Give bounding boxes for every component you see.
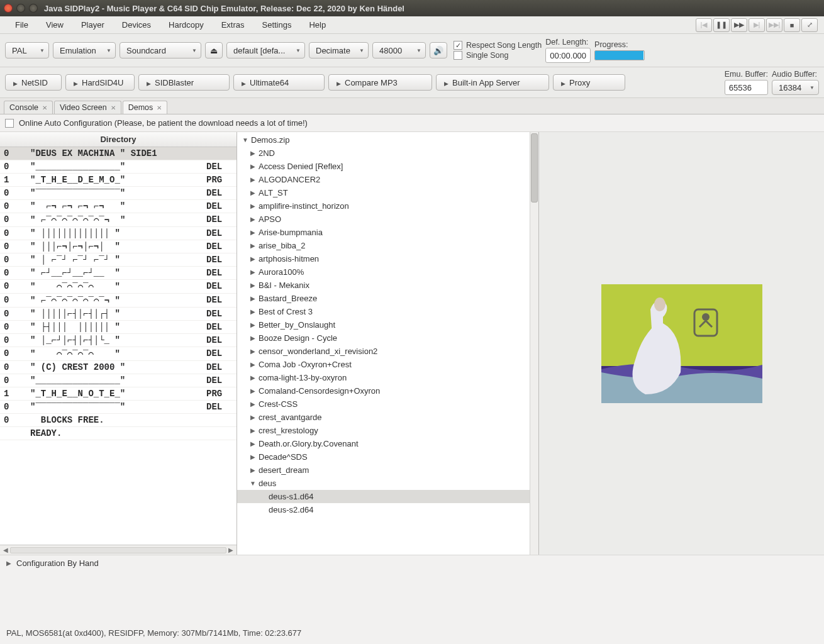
scroll-right-icon[interactable]: ▶: [226, 547, 235, 553]
directory-row[interactable]: 0"‾‾‾‾‾‾‾‾‾‾‾‾‾‾‾‾"DEL: [0, 187, 237, 200]
tree-node[interactable]: ▶Comaland-Censordesign+Oxyron: [237, 384, 538, 397]
menu-hardcopy[interactable]: Hardcopy: [160, 20, 213, 30]
tree-node[interactable]: ▶Aurora100%: [237, 265, 538, 279]
tree-node[interactable]: ▶Death.or.Glory.by.Covenant: [237, 437, 538, 450]
directory-row[interactable]: 0" │││││││││││││ "DEL: [0, 227, 237, 240]
directory-row[interactable]: 0" │_⌐┘│⌐┤│⌐┤│└_ "DEL: [0, 334, 237, 347]
menu-devices[interactable]: Devices: [113, 20, 160, 30]
close-icon[interactable]: ✕: [111, 104, 116, 111]
directory-row[interactable]: 0"DEUS EX MACHINA " SIDE1: [0, 147, 237, 160]
tree-node[interactable]: ▶B&I - Mekanix: [237, 279, 538, 292]
emulation-combo[interactable]: Emulation: [53, 42, 116, 58]
directory-row[interactable]: 0"________________"DEL: [0, 160, 237, 174]
fullscreen-button[interactable]: ⤢: [801, 18, 818, 32]
menu-settings[interactable]: Settings: [253, 20, 301, 30]
tree-node[interactable]: ▶artphosis-hitmen: [237, 252, 538, 265]
tab-console[interactable]: Console✕: [4, 101, 53, 114]
app-server-button[interactable]: Built-in App Server: [436, 74, 549, 91]
tree-node[interactable]: ▶arise_biba_2: [237, 239, 538, 252]
directory-row[interactable]: 0" │││⌐¬│⌐¬│⌐¬│ "DEL: [0, 240, 237, 253]
window-maximize-button[interactable]: [29, 4, 38, 13]
fastforward-button[interactable]: ▶▶: [731, 18, 747, 32]
volume-button[interactable]: 🔊: [430, 42, 447, 58]
directory-row[interactable]: 0" ⌒‾⌒‾⌒‾⌒ "DEL: [0, 347, 237, 361]
tree-node[interactable]: ▶Access Denied [Reflex]: [237, 160, 538, 173]
directory-hscroll[interactable]: ◀ ▶: [0, 545, 237, 555]
directory-row[interactable]: 0" ⌒‾⌒‾⌒‾⌒ "DEL: [0, 280, 237, 294]
tree-node[interactable]: ▶ALGODANCER2: [237, 173, 538, 186]
directory-row[interactable]: 0"‾‾‾‾‾‾‾‾‾‾‾‾‾‾‾‾"DEL: [0, 401, 237, 414]
tree-node[interactable]: ▶Better_by_Onslaught: [237, 318, 538, 331]
tree-node[interactable]: ▶crest_avantgarde: [237, 411, 538, 424]
menu-help[interactable]: Help: [300, 20, 335, 30]
window-minimize-button[interactable]: [16, 4, 25, 13]
netsid-button[interactable]: NetSID: [5, 74, 62, 91]
menu-file[interactable]: File: [6, 20, 37, 30]
tree-node[interactable]: ▶coma-light-13-by-oxyron: [237, 371, 538, 384]
tree-node[interactable]: ▶APSO: [237, 213, 538, 226]
directory-row[interactable]: 0"________________"DEL: [0, 374, 237, 387]
tree-vscroll[interactable]: [530, 132, 538, 555]
pause-button[interactable]: ❚❚: [713, 18, 730, 32]
samplerate-combo[interactable]: 48000: [372, 42, 426, 58]
tree-node[interactable]: ▶ALT_ST: [237, 186, 538, 199]
menu-view[interactable]: View: [37, 20, 72, 30]
directory-row[interactable]: 0" ⌐‾⌒‾⌒‾⌒‾⌒‾⌒‾¬ "DEL: [0, 294, 237, 308]
respect-length-checkbox[interactable]: ✓: [454, 41, 462, 50]
default-length-field[interactable]: 00:00.000: [545, 48, 591, 63]
end-button[interactable]: ▶▶|: [766, 18, 782, 32]
config-by-hand-row[interactable]: ▶ Configuration By Hand: [0, 555, 824, 571]
directory-row[interactable]: READY.: [0, 427, 237, 440]
tree-node[interactable]: deus-s2.d64: [237, 503, 538, 516]
directory-row[interactable]: 0 BLOCKS FREE.: [0, 414, 237, 427]
tree-node[interactable]: ▶Crest-CSS: [237, 397, 538, 411]
file-tree[interactable]: ▼Demos.zip▶2ND▶Access Denied [Reflex]▶AL…: [237, 132, 538, 555]
tree-node[interactable]: ▶Decade^SDS: [237, 450, 538, 464]
tree-node[interactable]: ▶Coma Job -Oxyron+Crest: [237, 358, 538, 371]
tree-node[interactable]: ▼Demos.zip: [237, 133, 538, 147]
tree-node[interactable]: ▶amplifire-instinct_horizon: [237, 199, 538, 213]
ultimate64-button[interactable]: Ultimate64: [233, 74, 325, 91]
decimate-combo[interactable]: Decimate: [309, 42, 369, 58]
tree-node[interactable]: ▶desert_dream: [237, 464, 538, 477]
directory-row[interactable]: 0" │ ⌐‾┘ ⌐‾┘ ⌐‾┘ "DEL: [0, 253, 237, 267]
directory-row[interactable]: 0" (C) CREST 2000 "DEL: [0, 361, 237, 374]
soundcard-combo[interactable]: Soundcard: [120, 42, 201, 58]
video-standard-combo[interactable]: PAL: [5, 42, 49, 58]
tree-node[interactable]: ▶2ND: [237, 147, 538, 160]
directory-row[interactable]: 0" ├┤│││ ││││││ "DEL: [0, 321, 237, 334]
tree-node[interactable]: ▶Arise-bumpmania: [237, 226, 538, 239]
menu-extras[interactable]: Extras: [213, 20, 253, 30]
directory-list[interactable]: 0"DEUS EX MACHINA " SIDE10"_____________…: [0, 147, 237, 545]
hardsid4u-button[interactable]: HardSID4U: [65, 74, 135, 91]
auto-config-checkbox[interactable]: [5, 119, 14, 128]
tree-node[interactable]: ▶censor_wonderland_xi_revision2: [237, 345, 538, 358]
tab-demos[interactable]: Demos✕: [123, 101, 168, 114]
tree-node[interactable]: deus-s1.d64: [237, 490, 538, 503]
window-close-button[interactable]: [4, 4, 13, 13]
single-song-checkbox[interactable]: [454, 51, 462, 60]
directory-row[interactable]: 0" ⌐┘__⌐┘__⌐┘__ "DEL: [0, 267, 237, 280]
prev-track-button[interactable]: |◀: [696, 18, 712, 32]
menu-player[interactable]: Player: [72, 20, 113, 30]
compare-mp3-button[interactable]: Compare MP3: [328, 74, 432, 91]
tree-node[interactable]: ▶Bastard_Breeze: [237, 292, 538, 305]
tree-node[interactable]: ▶Booze Design - Cycle: [237, 331, 538, 345]
next-track-button[interactable]: ▶|: [749, 18, 765, 32]
close-icon[interactable]: ✕: [42, 104, 47, 111]
scroll-left-icon[interactable]: ◀: [1, 547, 10, 553]
directory-row[interactable]: 0" ⌐¬ ⌐¬ ⌐¬ ⌐¬ "DEL: [0, 200, 237, 213]
audio-device-combo[interactable]: default [defa...: [226, 42, 305, 58]
tree-node[interactable]: ▼deus: [237, 477, 538, 490]
directory-row[interactable]: 1"_T_H_E__D_E_M_O_"PRG: [0, 174, 237, 187]
audio-buffer-combo[interactable]: 16384: [772, 80, 819, 95]
eject-button[interactable]: ⏏: [205, 42, 223, 58]
expand-icon[interactable]: ▶: [6, 560, 11, 567]
directory-row[interactable]: 0" ⌐‾⌒‾⌒‾⌒‾⌒‾⌒‾¬ "DEL: [0, 213, 237, 227]
sidblaster-button[interactable]: SIDBlaster: [138, 74, 230, 91]
tree-node[interactable]: ▶Best of Crest 3: [237, 305, 538, 318]
tab-video-screen[interactable]: Video Screen✕: [54, 101, 121, 114]
emu-buffer-field[interactable]: 65536: [725, 80, 768, 95]
close-icon[interactable]: ✕: [157, 104, 162, 111]
stop-button[interactable]: ■: [784, 18, 800, 32]
